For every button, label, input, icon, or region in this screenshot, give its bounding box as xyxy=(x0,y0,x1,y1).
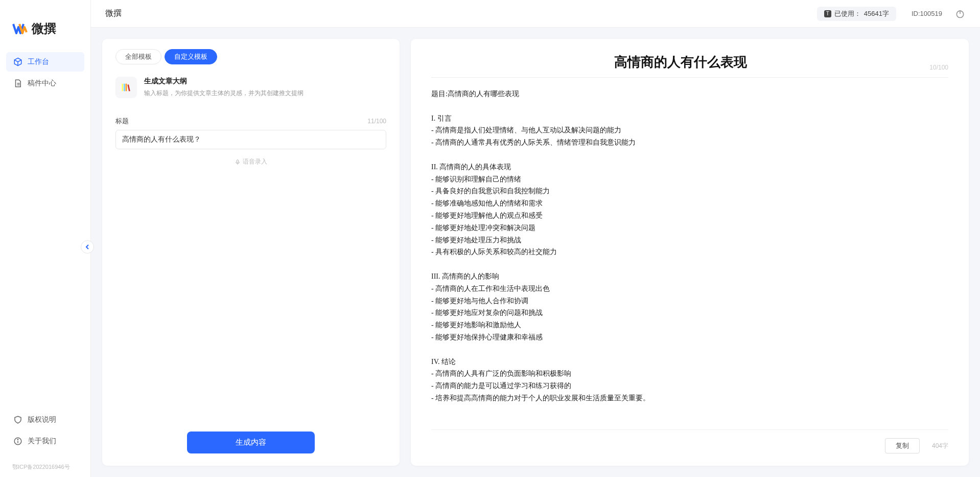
generate-button[interactable]: 生成内容 xyxy=(187,431,315,453)
nav-label: 关于我们 xyxy=(28,437,56,446)
id-value: 100519 xyxy=(920,10,942,17)
logo-icon xyxy=(12,21,28,36)
brand-logo: 微撰 xyxy=(0,0,90,52)
output-title-counter: 10/100 xyxy=(929,64,948,71)
user-id: ID:100519 xyxy=(912,10,942,17)
brand-text: 微撰 xyxy=(32,20,56,37)
nav-bottom: 版权说明 关于我们 xyxy=(0,410,90,463)
info-icon xyxy=(13,437,22,446)
text-icon: T xyxy=(824,10,831,17)
tab-custom-templates[interactable]: 自定义模板 xyxy=(165,49,217,64)
title-char-counter: 11/100 xyxy=(367,118,386,125)
template-desc: 输入标题，为你提供文章主体的灵感，并为其创建推文提纲 xyxy=(144,89,304,98)
output-char-count: 404字 xyxy=(932,442,948,450)
document-icon xyxy=(13,79,22,88)
template-title: 生成文章大纲 xyxy=(144,77,304,86)
nav-label: 稿件中心 xyxy=(28,79,56,88)
nav-item-about[interactable]: 关于我们 xyxy=(6,431,84,451)
id-label: ID: xyxy=(912,10,920,17)
nav: 工作台 稿件中心 xyxy=(0,52,90,410)
output-body[interactable]: 题目:高情商的人有哪些表现 I. 引言 - 高情商是指人们处理情绪、与他人互动以… xyxy=(431,88,948,423)
logout-button[interactable] xyxy=(954,8,966,19)
nav-item-workbench[interactable]: 工作台 xyxy=(6,52,84,72)
cube-icon xyxy=(13,57,22,66)
title-input[interactable] xyxy=(115,130,386,149)
output-panel: 高情商的人有什么表现 10/100 题目:高情商的人有哪些表现 I. 引言 - … xyxy=(411,39,969,466)
copy-button[interactable]: 复制 xyxy=(885,438,920,453)
power-icon xyxy=(955,9,965,19)
microphone-icon xyxy=(235,159,241,165)
tab-all-templates[interactable]: 全部模板 xyxy=(115,49,161,64)
voice-hint-text: 语音录入 xyxy=(243,157,267,166)
title-field-label: 标题 xyxy=(115,117,129,126)
sidebar: 微撰 工作台 稿件中心 版权说明 xyxy=(0,0,91,477)
input-panel: 全部模板 自定义模板 生成文章大纲 输入标题，为你提供文章主体的灵感，并为其创建… xyxy=(102,39,400,466)
shield-icon xyxy=(13,415,22,424)
nav-item-drafts[interactable]: 稿件中心 xyxy=(6,74,84,93)
usage-label: 已使用： xyxy=(834,9,861,18)
nav-item-copyright[interactable]: 版权说明 xyxy=(6,410,84,429)
template-tabs: 全部模板 自定义模板 xyxy=(115,49,386,64)
icp-text: 鄂ICP备2022016946号 xyxy=(0,463,90,477)
sidebar-collapse-handle[interactable] xyxy=(81,240,94,254)
chevron-left-icon xyxy=(85,244,90,249)
template-icon xyxy=(115,77,137,98)
page-title: 微撰 xyxy=(105,8,122,19)
voice-input-button[interactable]: 语音录入 xyxy=(115,157,386,166)
usage-value: 45641字 xyxy=(864,9,889,18)
svg-rect-5 xyxy=(237,160,239,163)
template-card: 生成文章大纲 输入标题，为你提供文章主体的灵感，并为其创建推文提纲 xyxy=(115,74,386,104)
nav-label: 版权说明 xyxy=(28,415,56,424)
svg-point-2 xyxy=(17,439,18,440)
topbar: 微撰 T 已使用： 45641字 ID:100519 xyxy=(91,0,980,28)
output-title[interactable]: 高情商的人有什么表现 xyxy=(431,53,929,71)
usage-badge[interactable]: T 已使用： 45641字 xyxy=(817,7,896,21)
nav-label: 工作台 xyxy=(28,57,49,66)
